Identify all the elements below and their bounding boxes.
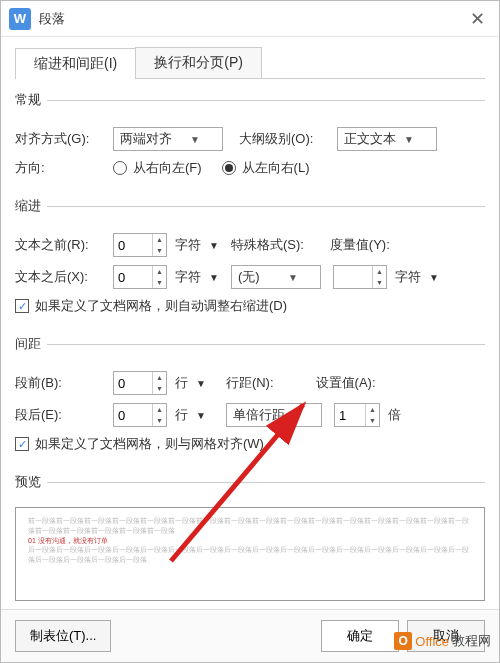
label-metric-value: 度量值(Y): [330,236,390,254]
dialog-body: 缩进和间距(I) 换行和分页(P) 常规 对齐方式(G): 两端对齐▼ 大纲级别… [1,37,499,609]
label-space-after: 段后(E): [15,406,107,424]
unit-bei: 倍 [388,406,401,424]
watermark: O Office教程网 [394,632,491,650]
spinner-set-value[interactable]: ▲▼ [334,403,380,427]
unit-char: 字符 [175,268,201,286]
unit-char: 字符 [395,268,421,286]
spinner-indent-before[interactable]: ▲▼ [113,233,167,257]
spinner-metric-value[interactable]: ▲▼ [333,265,387,289]
label-alignment: 对齐方式(G): [15,130,107,148]
titlebar: W 段落 ✕ [1,1,499,37]
label-outline-level: 大纲级别(O): [239,130,331,148]
combo-line-spacing[interactable]: 单倍行距▼ [226,403,322,427]
legend-indent: 缩进 [15,197,47,215]
preview-box: 前一段落前一段落前一段落前一段落前一段落前一段落前一段落前一段落前一段落前一段落… [15,507,485,601]
label-space-before: 段前(B): [15,374,107,392]
legend-general: 常规 [15,91,47,109]
chevron-down-icon: ▼ [184,134,218,145]
label-line-spacing: 行距(N): [226,374,274,392]
unit-char: 字符 [175,236,201,254]
tab-indent-spacing[interactable]: 缩进和间距(I) [15,48,136,79]
label-set-value: 设置值(A): [316,374,376,392]
combo-alignment[interactable]: 两端对齐▼ [113,127,223,151]
check-snap-to-grid[interactable]: ✓如果定义了文档网格，则与网格对齐(W) [15,435,264,453]
tab-bar: 缩进和间距(I) 换行和分页(P) [15,47,485,79]
tabstops-button[interactable]: 制表位(T)... [15,620,111,652]
label-special-format: 特殊格式(S): [231,236,304,254]
chevron-down-icon: ▼ [282,272,316,283]
chevron-down-icon: ▼ [283,410,317,421]
close-icon[interactable]: ✕ [464,8,491,30]
combo-special-format[interactable]: (无)▼ [231,265,321,289]
radio-ltr[interactable]: 从左向右(L) [222,159,310,177]
watermark-icon: O [394,632,412,650]
group-spacing: 间距 段前(B): ▲▼ 行▼ 行距(N): 设置值(A): 段后(E): ▲▼… [15,335,485,461]
tab-line-page-breaks[interactable]: 换行和分页(P) [135,47,262,78]
app-icon: W [9,8,31,30]
unit-line: 行 [175,374,188,392]
combo-outline-level[interactable]: 正文文本▼ [337,127,437,151]
group-general: 常规 对齐方式(G): 两端对齐▼ 大纲级别(O): 正文文本▼ 方向: 从右向… [15,91,485,185]
radio-rtl[interactable]: 从右向左(F) [113,159,202,177]
spinner-space-before[interactable]: ▲▼ [113,371,167,395]
spinner-indent-after[interactable]: ▲▼ [113,265,167,289]
chevron-down-icon: ▼ [398,134,432,145]
legend-spacing: 间距 [15,335,47,353]
window-title: 段落 [39,10,65,28]
group-preview: 预览 前一段落前一段落前一段落前一段落前一段落前一段落前一段落前一段落前一段落前… [15,473,485,601]
label-indent-after: 文本之后(X): [15,268,107,286]
label-direction: 方向: [15,159,107,177]
check-auto-indent-grid[interactable]: ✓如果定义了文档网格，则自动调整右缩进(D) [15,297,287,315]
ok-button[interactable]: 确定 [321,620,399,652]
unit-line: 行 [175,406,188,424]
spinner-space-after[interactable]: ▲▼ [113,403,167,427]
paragraph-dialog: W 段落 ✕ 缩进和间距(I) 换行和分页(P) 常规 对齐方式(G): 两端对… [0,0,500,663]
group-indent: 缩进 文本之前(R): ▲▼ 字符▼ 特殊格式(S): 度量值(Y): 文本之后… [15,197,485,323]
label-indent-before: 文本之前(R): [15,236,107,254]
legend-preview: 预览 [15,473,47,491]
